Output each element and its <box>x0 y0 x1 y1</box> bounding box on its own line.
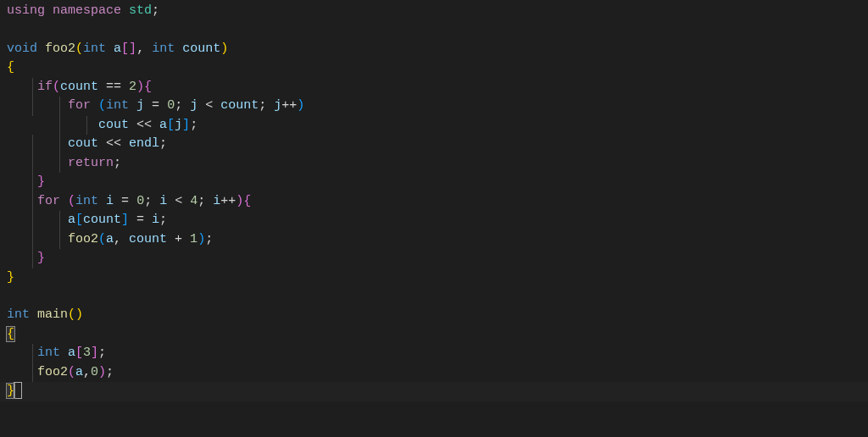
code-line-7: cout << a[j]; <box>0 116 868 136</box>
keyword-if: if <box>37 80 53 94</box>
paren-close: ) <box>297 98 304 113</box>
paren-open: ( <box>75 41 83 56</box>
code-line-5: if(count == 2){ <box>0 78 868 97</box>
bracket-open: [ <box>167 118 175 132</box>
var-i: i <box>152 213 159 227</box>
var-a: a <box>75 365 83 379</box>
code-line-16 <box>0 287 868 306</box>
code-line-9: return; <box>0 154 868 174</box>
paren-close: ) <box>198 232 205 246</box>
semicolon: ; <box>152 3 159 18</box>
brackets: [] <box>121 41 136 56</box>
semicolon: ; <box>259 98 274 113</box>
paren-close: ) <box>75 307 83 322</box>
var-count: count <box>220 98 259 113</box>
paren-open: ( <box>53 80 60 94</box>
brace-close: } <box>37 251 45 265</box>
paren-open: ( <box>98 232 106 246</box>
code-line-6: for (int j = 0; j < count; j++) <box>0 97 868 116</box>
paren-open: ( <box>68 365 75 379</box>
var-a: a <box>159 118 167 132</box>
number-0: 0 <box>136 194 144 208</box>
semicolon: ; <box>159 136 167 151</box>
bracket-close: ] <box>121 213 129 227</box>
semicolon: ; <box>175 98 190 113</box>
code-line-11: for (int i = 0; i < 4; i++){ <box>0 192 868 212</box>
code-line-19: int a[3]; <box>0 344 868 363</box>
type-int: int <box>75 194 98 208</box>
semicolon: ; <box>198 194 213 208</box>
op-assign: = <box>129 213 152 227</box>
param-count: count <box>182 41 220 56</box>
semicolon: ; <box>159 213 167 227</box>
code-line-15: } <box>0 268 868 288</box>
code-line-2 <box>0 21 868 40</box>
brace-open: { <box>144 80 152 94</box>
code-editor[interactable]: using namespace std; void foo2(int a[], … <box>0 0 868 403</box>
var-j: j <box>136 98 144 113</box>
var-j: j <box>274 98 281 113</box>
op-eq: == <box>98 80 129 94</box>
brace-open: { <box>7 60 14 75</box>
type-void: void <box>7 41 37 56</box>
paren-open: ( <box>98 98 106 113</box>
var-endl: endl <box>129 136 159 151</box>
paren-close: ) <box>98 365 106 379</box>
op-assign: = <box>144 98 167 113</box>
code-line-10: } <box>0 173 868 192</box>
var-j: j <box>190 98 198 113</box>
function-main: main <box>37 307 68 322</box>
semicolon: ; <box>114 156 121 170</box>
type-int: int <box>106 98 129 113</box>
code-line-18: { <box>0 325 868 345</box>
semicolon: ; <box>144 194 159 208</box>
var-a: a <box>68 213 75 227</box>
var-j: j <box>175 118 182 132</box>
var-i: i <box>106 194 114 208</box>
brace-close: } <box>37 174 45 189</box>
code-line-14: } <box>0 249 868 268</box>
var-i: i <box>213 194 220 208</box>
comma: , <box>136 41 152 56</box>
code-line-17: int main() <box>0 306 868 325</box>
var-cout: cout <box>68 136 98 151</box>
code-line-20: foo2(a,0); <box>0 363 868 383</box>
type-int: int <box>7 307 30 322</box>
var-count: count <box>60 80 98 94</box>
code-line-21: } <box>0 382 868 401</box>
number-1: 1 <box>190 232 198 246</box>
keyword-namespace: namespace <box>53 3 121 18</box>
paren-close: ) <box>236 194 243 208</box>
type-int: int <box>37 346 60 360</box>
code-line-1: using namespace std; <box>0 2 868 21</box>
number-0: 0 <box>167 98 175 113</box>
param-a: a <box>114 41 121 56</box>
semicolon: ; <box>190 118 198 132</box>
op-inc: ++ <box>281 98 297 113</box>
keyword-return: return <box>68 156 114 170</box>
op-insert: << <box>98 136 129 151</box>
type-int: int <box>152 41 175 56</box>
function-foo2: foo2 <box>68 232 98 246</box>
op-lt: < <box>198 98 220 113</box>
code-line-3: void foo2(int a[], int count) <box>0 40 868 59</box>
op-insert: << <box>129 118 159 132</box>
code-line-8: cout << endl; <box>0 135 868 154</box>
op-plus: + <box>167 232 190 246</box>
bracket-close: ] <box>91 346 98 360</box>
op-inc: ++ <box>220 194 236 208</box>
keyword-for: for <box>68 98 91 113</box>
comma: , <box>83 365 91 379</box>
brace-open: { <box>243 194 251 208</box>
var-i: i <box>159 194 167 208</box>
brace-close: } <box>7 270 14 285</box>
bracket-open: [ <box>75 213 83 227</box>
bracket-close: ] <box>182 118 190 132</box>
var-count: count <box>129 232 167 246</box>
var-a: a <box>106 232 114 246</box>
op-lt: < <box>167 194 190 208</box>
type-int: int <box>83 41 106 56</box>
semicolon: ; <box>205 232 213 246</box>
function-foo2: foo2 <box>45 41 75 56</box>
var-a: a <box>68 346 75 360</box>
